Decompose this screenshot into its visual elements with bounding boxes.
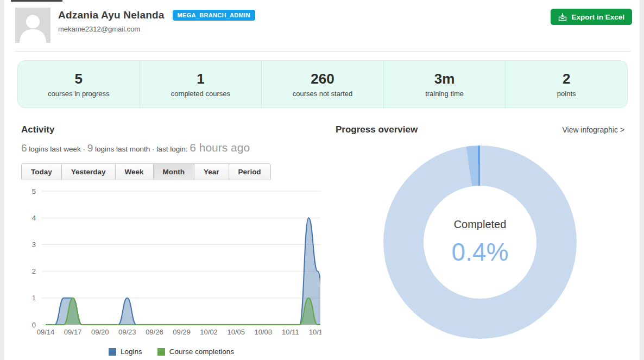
logins-last-week-label: logins last week	[29, 145, 80, 153]
legend-label: Course completions	[169, 348, 234, 356]
svg-text:4: 4	[32, 214, 36, 222]
stat-label: points	[557, 90, 576, 98]
svg-text:10/14: 10/14	[309, 328, 321, 336]
logins-last-week-count: 6	[21, 142, 27, 154]
user-email: mekame2312@gmail.com	[58, 25, 255, 33]
user-name: Adzania Ayu Nelanda	[58, 9, 165, 21]
view-infographic-link[interactable]: View infographic >	[562, 125, 624, 134]
separator: ·	[83, 145, 85, 153]
tab-yesterday[interactable]: Yesterday	[61, 164, 115, 180]
stat-courses-in-progress: 5 courses in progress	[18, 61, 140, 108]
stat-label: training time	[425, 90, 464, 98]
svg-text:10/05: 10/05	[227, 328, 245, 336]
progress-overview-section: Progress overview View infographic > Com…	[336, 124, 624, 356]
donut-center: Completed 0.4%	[424, 186, 536, 299]
svg-text:09/23: 09/23	[118, 328, 136, 336]
logins-swatch	[109, 348, 116, 356]
page-card: Adzania Ayu Nelanda MEGA_BRANCH_ADMIN me…	[4, 0, 640, 360]
stat-value: 3m	[434, 71, 455, 87]
tab-week[interactable]: Week	[115, 164, 153, 180]
tab-period[interactable]: Period	[229, 164, 270, 180]
svg-text:5: 5	[32, 187, 36, 195]
chart-legend: Logins Course completions	[21, 348, 321, 356]
stat-points: 2 points	[505, 61, 627, 108]
svg-text:1: 1	[32, 294, 36, 302]
separator: ·	[152, 145, 155, 153]
stat-value: 260	[311, 71, 334, 87]
profile-header: Adzania Ayu Nelanda MEGA_BRANCH_ADMIN me…	[4, 0, 640, 43]
avatar	[15, 8, 50, 43]
progress-overview-title: Progress overview	[336, 124, 418, 135]
progress-donut-chart: Completed 0.4%	[383, 146, 577, 339]
tab-month[interactable]: Month	[153, 164, 194, 180]
header-divider	[15, 51, 631, 52]
svg-text:09/17: 09/17	[64, 328, 82, 336]
legend-label: Logins	[121, 348, 142, 356]
stat-label: completed courses	[171, 90, 230, 98]
stat-courses-not-started: 260 courses not started	[261, 61, 383, 108]
logins-last-month-count: 9	[87, 142, 93, 154]
last-login-value: 6 hours ago	[190, 141, 250, 154]
stat-value: 5	[75, 71, 83, 87]
svg-text:10/11: 10/11	[282, 328, 299, 336]
svg-text:09/20: 09/20	[91, 328, 109, 336]
last-login-label: last login:	[156, 145, 187, 153]
stat-training-time: 3m training time	[383, 61, 506, 108]
stat-completed-courses: 1 completed courses	[140, 61, 262, 108]
svg-text:10/08: 10/08	[255, 328, 273, 336]
stat-value: 2	[563, 71, 570, 87]
activity-section: Activity 6 logins last week · 9 logins l…	[21, 124, 321, 356]
export-excel-button[interactable]: Export in Excel	[551, 9, 632, 25]
person-silhouette-icon	[15, 8, 50, 43]
tab-year[interactable]: Year	[194, 164, 229, 180]
activity-title: Activity	[21, 124, 321, 135]
course-completions-swatch	[157, 348, 165, 356]
logins-last-month-label: logins last month	[95, 145, 150, 153]
stat-label: courses not started	[293, 90, 353, 98]
activity-area-chart: 01234509/1409/1709/2009/2309/2609/2910/0…	[21, 186, 321, 339]
role-badge: MEGA_BRANCH_ADMIN	[173, 10, 255, 21]
svg-text:09/29: 09/29	[173, 328, 191, 336]
stat-value: 1	[197, 71, 204, 87]
svg-text:2: 2	[32, 267, 36, 275]
active-tab-indicator	[11, 0, 62, 2]
legend-item-logins[interactable]: Logins	[109, 348, 142, 356]
svg-text:09/14: 09/14	[37, 328, 55, 336]
svg-text:3: 3	[32, 241, 36, 249]
legend-item-course-completions[interactable]: Course completions	[157, 348, 234, 356]
download-tray-icon	[558, 12, 567, 21]
stats-bar: 5 courses in progress 1 completed course…	[17, 60, 628, 108]
svg-text:09/26: 09/26	[146, 328, 163, 336]
tab-today[interactable]: Today	[22, 164, 61, 180]
export-excel-label: Export in Excel	[571, 13, 624, 21]
svg-text:10/02: 10/02	[200, 328, 218, 336]
activity-summary: 6 logins last week · 9 logins last month…	[21, 141, 321, 154]
donut-center-label: Completed	[454, 218, 507, 231]
donut-center-value: 0.4%	[452, 237, 509, 267]
svg-text:0: 0	[32, 321, 36, 329]
stat-label: courses in progress	[48, 90, 109, 98]
date-range-tabs: Today Yesterday Week Month Year Period	[21, 163, 271, 180]
